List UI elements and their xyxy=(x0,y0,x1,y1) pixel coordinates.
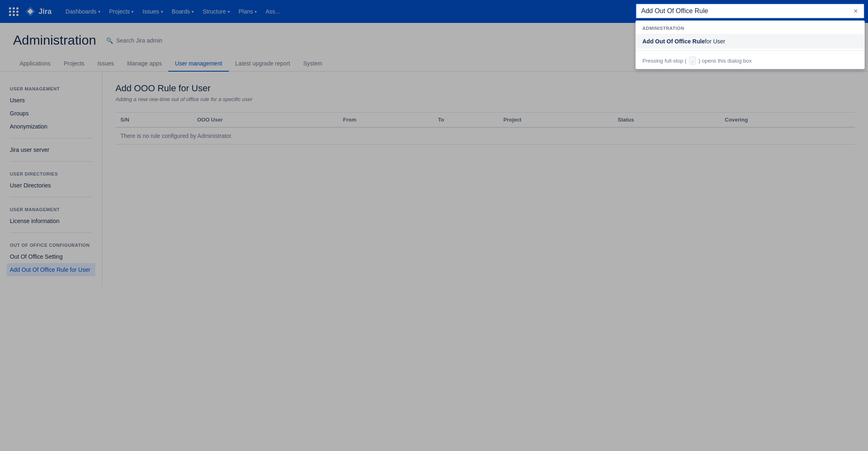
search-clear-button[interactable]: × xyxy=(851,6,861,16)
search-input-wrapper: × xyxy=(635,3,865,19)
search-result-hint: Pressing full-stop (.) opens this dialog… xyxy=(636,52,864,69)
search-dropdown: × ADMINISTRATION Add Out Of Office Rule … xyxy=(635,3,865,69)
search-overlay[interactable]: × ADMINISTRATION Add Out Of Office Rule … xyxy=(0,0,868,451)
search-input[interactable] xyxy=(640,6,851,16)
search-divider xyxy=(636,50,864,51)
search-results-panel: ADMINISTRATION Add Out Of Office Rule fo… xyxy=(635,20,865,69)
key-badge: . xyxy=(689,56,696,65)
search-results-section-header: ADMINISTRATION xyxy=(636,21,864,34)
search-result-item[interactable]: Add Out Of Office Rule for User xyxy=(636,34,864,49)
